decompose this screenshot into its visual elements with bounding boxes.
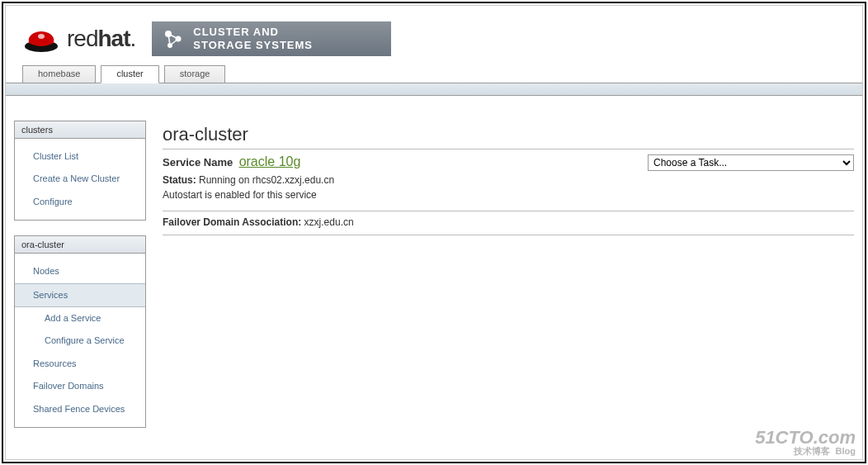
service-row: Service Name oracle 10g Choose a Task... xyxy=(163,154,854,171)
content-area: clusters Cluster List Create a New Clust… xyxy=(6,96,862,451)
sidebar-subitem-configure-service[interactable]: Configure a Service xyxy=(15,330,145,352)
brand-part2: hat xyxy=(97,26,130,51)
svg-point-1 xyxy=(38,34,45,39)
tab-bar xyxy=(6,83,862,96)
sidebar-header-clusters: clusters xyxy=(15,121,145,139)
failover-value: xzxj.edu.cn xyxy=(304,216,354,228)
sidebar-item-configure[interactable]: Configure xyxy=(15,191,145,213)
section-divider xyxy=(163,211,854,211)
service-name-link[interactable]: oracle 10g xyxy=(239,154,301,168)
status-value: Running on rhcs02.xzxj.edu.cn xyxy=(199,174,334,186)
sidebar-subitem-add-service[interactable]: Add a Service xyxy=(15,307,145,330)
brand-dot: . xyxy=(130,26,135,51)
sidebar-list-cluster: Nodes Services Add a Service Configure a… xyxy=(15,254,145,427)
sidebar-item-services[interactable]: Services xyxy=(15,283,145,307)
brand-text: redhat. xyxy=(67,26,135,52)
tab-homebase[interactable]: homebase xyxy=(22,65,96,83)
redhat-hat-icon xyxy=(22,25,60,53)
tabs-row: homebase cluster storage xyxy=(6,65,862,83)
status-line: Status: Running on rhcs02.xzxj.edu.cn xyxy=(163,173,854,187)
svg-point-5 xyxy=(165,31,172,37)
sidebar-header-cluster: ora-cluster xyxy=(15,236,145,254)
sidebar: clusters Cluster List Create a New Clust… xyxy=(14,121,146,443)
task-select[interactable]: Choose a Task... xyxy=(648,154,854,171)
sidebar-item-cluster-list[interactable]: Cluster List xyxy=(15,145,145,168)
product-banner: CLUSTER AND STORAGE SYSTEMS xyxy=(152,21,391,56)
sidebar-box-clusters: clusters Cluster List Create a New Clust… xyxy=(14,121,146,221)
tab-cluster[interactable]: cluster xyxy=(101,65,158,83)
sidebar-item-create-cluster[interactable]: Create a New Cluster xyxy=(15,168,145,190)
tab-storage[interactable]: storage xyxy=(164,65,226,83)
bottom-divider xyxy=(163,235,854,235)
svg-point-7 xyxy=(167,43,172,48)
title-underline xyxy=(163,149,854,149)
page-title: ora-cluster xyxy=(163,124,854,145)
product-line1: CLUSTER AND xyxy=(193,26,313,39)
svg-point-6 xyxy=(176,36,182,42)
service-name-label: Service Name xyxy=(163,156,233,168)
molecule-icon xyxy=(162,27,185,50)
main-panel: ora-cluster Service Name oracle 10g Choo… xyxy=(163,121,854,443)
sidebar-box-cluster: ora-cluster Nodes Services Add a Service… xyxy=(14,235,146,428)
logo-area: redhat. xyxy=(22,25,135,53)
sidebar-item-shared-fence[interactable]: Shared Fence Devices xyxy=(15,398,145,420)
failover-line: Failover Domain Association: xzxj.edu.cn xyxy=(163,216,854,228)
product-title: CLUSTER AND STORAGE SYSTEMS xyxy=(193,26,313,51)
autostart-line: Autostart is enabled for this service xyxy=(163,187,854,202)
product-line2: STORAGE SYSTEMS xyxy=(193,39,313,52)
sidebar-list-clusters: Cluster List Create a New Cluster Config… xyxy=(15,139,145,220)
sidebar-item-resources[interactable]: Resources xyxy=(15,353,145,375)
failover-label: Failover Domain Association: xyxy=(163,216,301,228)
sidebar-item-nodes[interactable]: Nodes xyxy=(15,260,145,282)
header: redhat. CLUSTER AND STORAGE SY xyxy=(6,6,862,65)
status-label: Status: xyxy=(163,174,196,186)
service-name-block: Service Name oracle 10g xyxy=(163,154,300,169)
brand-part1: red xyxy=(67,26,97,51)
sidebar-item-failover-domains[interactable]: Failover Domains xyxy=(15,375,145,397)
